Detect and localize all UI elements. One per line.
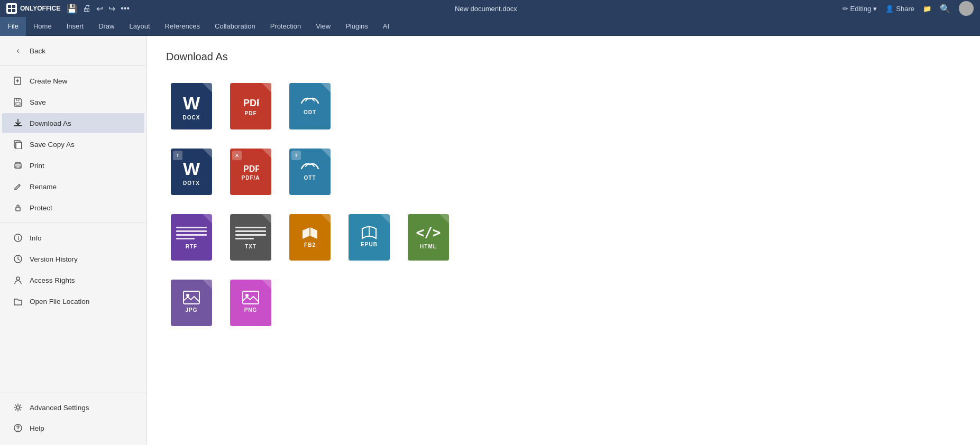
format-row-1: W DOCX PDF PDF (166, 78, 961, 135)
create-new-label: Create New (30, 77, 67, 85)
format-pdf[interactable]: PDF PDF (225, 78, 276, 135)
svg-text:PDF: PDF (243, 164, 259, 173)
rename-label: Rename (30, 183, 57, 191)
fold-fb2 (321, 214, 331, 224)
sidebar-item-save-copy-as[interactable]: Save Copy As (2, 134, 144, 154)
fold-html (439, 214, 449, 224)
logo-icon (6, 3, 17, 14)
download-as-label: Download As (30, 119, 71, 127)
share-icon: 👤 (885, 5, 894, 13)
svg-point-27 (186, 294, 189, 297)
rtf-lines (171, 227, 212, 239)
sidebar-item-protect[interactable]: Protect (2, 198, 144, 218)
more-icon[interactable]: ••• (121, 4, 130, 13)
sidebar-item-advanced-settings[interactable]: Advanced Settings (2, 397, 144, 418)
format-docx[interactable]: W DOCX (166, 78, 217, 135)
undo-icon[interactable]: ↩ (96, 4, 103, 14)
svg-rect-14 (16, 207, 20, 211)
fold-rtf (203, 214, 212, 224)
sidebar-item-print[interactable]: Print (2, 155, 144, 175)
sidebar-item-open-file-location[interactable]: Open File Location (2, 291, 144, 311)
menu-item-file[interactable]: File (0, 17, 26, 36)
format-pdfa[interactable]: A PDF PDF/A (225, 143, 276, 200)
format-fb2[interactable]: FB2 (285, 209, 335, 266)
title-bar: ONLYOFFICE 💾 🖨 ↩ ↪ ••• New document.docx… (0, 0, 980, 17)
sidebar: ‹ Back Create New Save Download As (0, 36, 147, 445)
menu-item-references[interactable]: References (158, 17, 207, 36)
pdf-icon: PDF (242, 94, 259, 110)
format-jpg[interactable]: JPG (166, 274, 217, 331)
fold-dotx (203, 149, 212, 158)
search-icon[interactable]: 🔍 (940, 4, 950, 14)
format-png[interactable]: PNG (225, 274, 276, 331)
advanced-settings-label: Advanced Settings (30, 404, 89, 412)
fold-docx (203, 83, 212, 92)
sidebar-back-button[interactable]: ‹ Back (2, 41, 144, 61)
svg-point-29 (245, 294, 249, 297)
menu-item-collaboration[interactable]: Collaboration (207, 17, 263, 36)
format-txt[interactable]: TXT (225, 209, 276, 266)
redo-icon[interactable]: ↪ (108, 4, 115, 14)
back-icon: ‹ (13, 46, 23, 55)
access-rights-icon (13, 275, 23, 285)
svg-rect-7 (16, 103, 20, 105)
svg-rect-3 (12, 9, 15, 12)
editing-button[interactable]: ✏ Editing ▾ (842, 5, 877, 13)
fb2-book-icon (300, 224, 319, 241)
fold-odt (321, 83, 331, 92)
advanced-settings-icon (13, 403, 23, 412)
share-button[interactable]: 👤 Share (885, 5, 914, 13)
format-dotx[interactable]: T W DOTX (166, 143, 217, 200)
format-odt[interactable]: ODT (285, 78, 335, 135)
html-code-symbol: </> (416, 225, 441, 240)
format-html[interactable]: </> HTML (403, 209, 454, 266)
help-icon (13, 423, 23, 433)
sidebar-item-rename[interactable]: Rename (2, 177, 144, 197)
print-icon-sidebar (13, 161, 23, 170)
menu-item-plugins[interactable]: Plugins (338, 17, 375, 36)
sidebar-item-access-rights[interactable]: Access Rights (2, 270, 144, 290)
save-icon-sidebar (13, 97, 23, 107)
format-epub[interactable]: EPUB (344, 209, 395, 266)
menu-bar: File Home Insert Draw Layout References … (0, 17, 980, 36)
chevron-down-icon: ▾ (873, 5, 877, 13)
format-ott[interactable]: T OTT (285, 143, 335, 200)
format-grid: W DOCX PDF PDF (166, 78, 961, 331)
sidebar-item-help[interactable]: Help (2, 418, 144, 438)
sidebar-item-info[interactable]: i Info (2, 228, 144, 248)
fold-txt (262, 214, 271, 224)
format-row-2: T W DOTX A PDF PDF/A (166, 143, 961, 200)
fold-png (262, 280, 271, 289)
content-title: Download As (166, 51, 961, 63)
open-file-location-label: Open File Location (30, 298, 89, 305)
sidebar-item-download-as[interactable]: Download As (2, 113, 144, 133)
ott-badge: T (291, 151, 301, 160)
menu-item-draw[interactable]: Draw (91, 17, 122, 36)
svg-rect-0 (8, 5, 11, 8)
create-new-icon (13, 76, 23, 86)
menu-item-view[interactable]: View (308, 17, 338, 36)
info-label: Info (30, 234, 42, 242)
menu-item-protection[interactable]: Protection (263, 17, 309, 36)
svg-rect-28 (243, 291, 259, 304)
toolbar-icons: 💾 🖨 ↩ ↪ ••• (67, 4, 130, 14)
version-history-icon (13, 254, 23, 264)
svg-point-19 (16, 406, 20, 409)
svg-text:PDF: PDF (243, 98, 259, 108)
sidebar-item-save[interactable]: Save (2, 92, 144, 112)
menu-item-insert[interactable]: Insert (59, 17, 91, 36)
avatar[interactable] (959, 1, 974, 16)
protect-label: Protect (30, 204, 52, 212)
sidebar-item-create-new[interactable]: Create New (2, 71, 144, 91)
pdfa-badge: A (232, 151, 242, 160)
print-icon[interactable]: 🖨 (83, 4, 91, 13)
back-label: Back (30, 47, 45, 55)
format-rtf[interactable]: RTF (166, 209, 217, 266)
menu-item-ai[interactable]: AI (375, 17, 397, 36)
menu-item-layout[interactable]: Layout (122, 17, 158, 36)
menu-item-home[interactable]: Home (26, 17, 59, 36)
folder-icon[interactable]: 📁 (923, 5, 931, 13)
sidebar-item-version-history[interactable]: Version History (2, 249, 144, 269)
pencil-icon: ✏ (842, 5, 848, 13)
save-icon[interactable]: 💾 (67, 4, 77, 14)
